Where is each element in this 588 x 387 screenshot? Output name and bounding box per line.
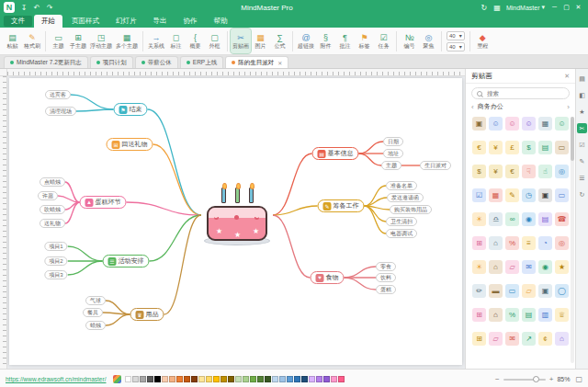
cooperation-clipart[interactable]: ∞	[505, 212, 519, 226]
monitor-clipart[interactable]: ▭	[505, 284, 519, 298]
mindmap-subtopic[interactable]: 项目3	[44, 270, 67, 279]
numbering-button[interactable]: №编号	[400, 28, 419, 53]
color-swatch[interactable]	[309, 376, 315, 382]
subtopic-button[interactable]: ⊞子主题	[68, 28, 88, 53]
calendar-clipart[interactable]: ▦	[489, 188, 503, 202]
mindmap-subtopic[interactable]: 蜡烛	[85, 321, 106, 330]
task-button[interactable]: ☑任务	[374, 28, 393, 53]
clipart-search-input[interactable]	[485, 89, 559, 97]
thumbs-up-clipart[interactable]: ☝	[538, 165, 552, 178]
pie-chart-clipart[interactable]: ◔	[538, 236, 552, 250]
summary-button[interactable]: {概要	[186, 28, 205, 53]
color-swatch[interactable]	[154, 376, 161, 382]
mindmap-subtopic[interactable]: 气球	[85, 296, 106, 305]
callout-button[interactable]: ◻标注	[166, 28, 186, 53]
envelope-clipart[interactable]: ✉	[522, 260, 536, 274]
mindmap-subtopic[interactable]: 卫生清扫	[386, 217, 417, 226]
font-size-select[interactable]: 40▾	[447, 42, 465, 51]
color-swatch[interactable]	[220, 376, 227, 382]
scales-clipart[interactable]: ♎	[489, 212, 503, 226]
undo-icon[interactable]: ↶	[31, 4, 42, 12]
businessman-clipart[interactable]: ☺	[489, 117, 503, 131]
menu-start[interactable]: 开始	[34, 15, 62, 28]
branch-supplies[interactable]: ♛用品	[130, 308, 164, 321]
mindmap-subtopic[interactable]: 点蜡烛	[40, 177, 65, 187]
save-icon[interactable]: ↧	[18, 4, 29, 12]
handbag-clipart[interactable]: ▱	[489, 332, 503, 346]
redo-icon[interactable]: ↷	[44, 4, 55, 12]
theme-panel-icon[interactable]: ◧	[577, 90, 587, 100]
color-swatch[interactable]	[162, 376, 168, 382]
paste-button[interactable]: ▤粘贴	[3, 28, 22, 53]
idea-bulb-clipart[interactable]: ☀	[472, 212, 486, 226]
menu-file[interactable]: 文件	[4, 16, 32, 27]
medal-clipart[interactable]: ★	[555, 260, 569, 274]
maximize-button[interactable]: ▢	[560, 4, 572, 11]
mindmap-subtopic[interactable]: 购买装饰用品	[390, 205, 432, 214]
mindmap-subtopic[interactable]: 蛋糕	[376, 285, 396, 294]
fit-screen-icon[interactable]: ▢	[575, 375, 582, 383]
branch-cake-stage[interactable]: ▲蛋糕环节	[80, 196, 127, 209]
color-swatch[interactable]	[287, 376, 293, 382]
ruler-clipart[interactable]: ▬	[489, 284, 503, 298]
color-swatch[interactable]	[279, 376, 286, 382]
id-badge-clipart[interactable]: ▤	[538, 212, 552, 226]
color-swatch[interactable]	[235, 376, 242, 382]
mindmap-subtopic[interactable]: 送宾客	[45, 90, 71, 99]
color-swatch[interactable]	[125, 376, 131, 382]
branch-basic-info[interactable]: ▤基本信息	[312, 147, 359, 160]
relationship-button[interactable]: →关系线	[146, 28, 166, 53]
pound-coin-clipart[interactable]: £	[505, 141, 519, 154]
multi-topic-button[interactable]: ▦多个主题	[114, 28, 140, 53]
mindmap-subtopic[interactable]: 电器调试	[386, 229, 417, 238]
palette-icon[interactable]	[113, 375, 121, 383]
color-swatch[interactable]	[316, 376, 322, 382]
zoom-slider-thumb[interactable]	[533, 376, 539, 382]
history-panel-icon[interactable]: ↻	[577, 189, 587, 199]
color-swatch[interactable]	[228, 376, 234, 382]
account-dropdown[interactable]: MindMaster ▾	[506, 4, 545, 11]
zoom-out-button[interactable]: −	[495, 375, 500, 383]
branch-return-gifts[interactable]: ⊞回送礼物	[107, 138, 153, 151]
mindmap-subtopic[interactable]: 饮料	[376, 273, 396, 282]
discount-clipart[interactable]: %	[505, 236, 519, 250]
color-swatch[interactable]	[198, 376, 205, 382]
folder-clipart[interactable]: ▱	[522, 284, 536, 298]
mailbox-clipart[interactable]: ✉	[505, 332, 519, 346]
clipart-panel-icon[interactable]: ✂	[577, 123, 587, 133]
picture-button[interactable]: ▦图片	[251, 28, 270, 53]
comment-button[interactable]: ¶批注	[335, 28, 355, 53]
carton-box-clipart[interactable]: ⊞	[472, 332, 486, 346]
money-bag-euro-clipart[interactable]: €	[505, 165, 519, 178]
bar-chart-clipart[interactable]: ▥	[538, 308, 552, 322]
globe-clipart[interactable]: ◯	[555, 284, 569, 298]
hyperlink-button[interactable]: @超链接	[296, 28, 316, 53]
parcel-clipart[interactable]: ⊞	[472, 308, 486, 322]
cents-coin-clipart[interactable]: ¢	[538, 332, 552, 346]
percent-clipart[interactable]: %	[505, 308, 519, 322]
yen-coin-clipart[interactable]: ¥	[489, 141, 503, 154]
target-clipart[interactable]: ◎	[555, 236, 569, 250]
mindmap-subtopic[interactable]: 餐具	[83, 308, 103, 317]
wallet-clipart[interactable]: ▭	[555, 141, 569, 154]
user-search-clipart[interactable]: ◉	[522, 212, 536, 226]
promo-link[interactable]: https://www.edrawsoft.cn/mindmaster/	[6, 376, 106, 382]
tab-birthday-party[interactable]: 陈的生日派对✕	[225, 56, 288, 68]
menu-slides[interactable]: 幻灯片	[108, 15, 144, 28]
menu-help[interactable]: 帮助	[207, 15, 235, 28]
growth-arrow-clipart[interactable]: ↗	[522, 332, 536, 346]
chevron-right-icon[interactable]: ›	[567, 103, 570, 111]
branch-food[interactable]: ♥食物	[311, 271, 345, 284]
mindmap-subtopic[interactable]: 地址	[383, 149, 403, 158]
color-swatch[interactable]	[243, 376, 249, 382]
note-panel-icon[interactable]: ✎	[577, 156, 587, 166]
bank-card-clipart[interactable]: ▭	[555, 188, 569, 202]
mindmap-subtopic[interactable]: 主题	[381, 161, 401, 170]
mindmap-subtopic[interactable]: 零食	[376, 262, 396, 271]
boundary-button[interactable]: ▢外框	[205, 28, 224, 53]
topic-button[interactable]: ▭主题	[49, 28, 68, 53]
lightbulb-clipart[interactable]: ☀	[472, 260, 486, 274]
mindmap-subtopic[interactable]: 清理现场	[45, 107, 76, 116]
tab-erp-launch[interactable]: ERP上线	[180, 56, 223, 68]
cash-clipart[interactable]: ▤	[522, 308, 536, 322]
